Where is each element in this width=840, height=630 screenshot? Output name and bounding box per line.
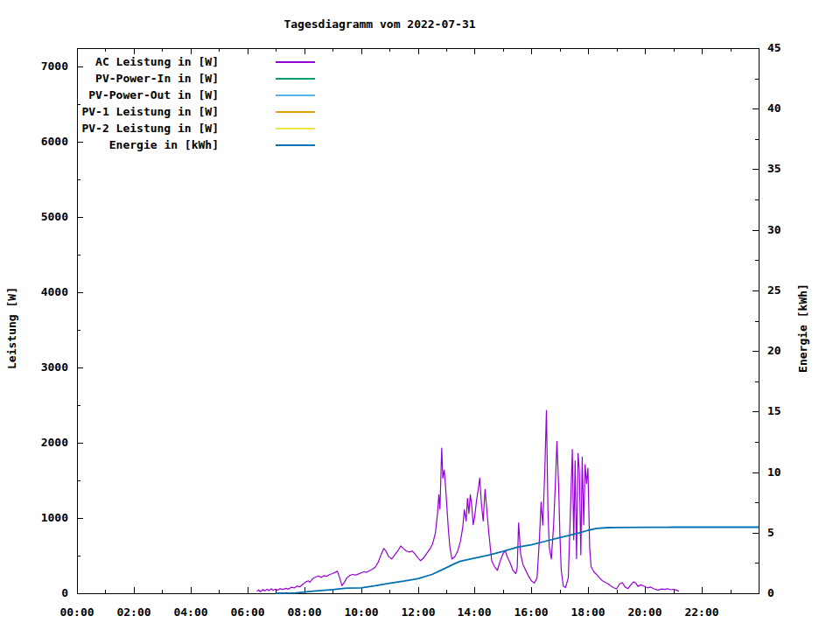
y2-tick-label: 10 xyxy=(767,466,781,480)
x-tick-label: 00:00 xyxy=(49,606,105,620)
legend-line-sample-ac xyxy=(276,61,315,63)
legend-line-sample-energie xyxy=(276,144,315,146)
x-tick-label: 06:00 xyxy=(220,606,276,620)
series-line-ac xyxy=(257,410,680,592)
y2-tick-label: 0 xyxy=(767,586,774,600)
y-tick-label: 6000 xyxy=(7,135,68,149)
legend-label-pv_in: PV-Power-In in [W] xyxy=(95,72,219,86)
x-tick-label: 12:00 xyxy=(390,606,446,620)
x-tick-label: 02:00 xyxy=(106,606,162,620)
x-tick-label: 08:00 xyxy=(276,606,332,620)
x-tick-label: 20:00 xyxy=(617,606,673,620)
y-tick-label: 3000 xyxy=(7,360,68,374)
y2-tick-label: 25 xyxy=(767,284,781,298)
y2-tick-label: 30 xyxy=(767,223,781,237)
x-tick-label: 10:00 xyxy=(333,606,389,620)
y-tick-label: 5000 xyxy=(7,210,68,224)
chart-canvas: Tagesdiagramm vom 2022-07-31 Leistung [W… xyxy=(0,0,840,630)
x-tick-label: 16:00 xyxy=(503,606,559,620)
y2-tick-label: 40 xyxy=(767,102,781,116)
y-tick-label: 4000 xyxy=(7,285,68,299)
y-tick-label: 1000 xyxy=(7,511,68,525)
legend-label-pv_out: PV-Power-Out in [W] xyxy=(88,88,219,102)
y2-tick-label: 5 xyxy=(767,526,774,540)
x-tick-label: 18:00 xyxy=(560,606,616,620)
legend-label-pv2: PV-2 Leistung in [W] xyxy=(81,122,219,136)
legend-label-energie: Energie in [kWh] xyxy=(109,138,219,152)
legend-line-sample-pv_in xyxy=(276,78,315,80)
y2-tick-label: 45 xyxy=(767,41,781,55)
y2-tick-label: 15 xyxy=(767,404,781,418)
x-tick-label: 04:00 xyxy=(163,606,219,620)
chart-title: Tagesdiagramm vom 2022-07-31 xyxy=(284,18,475,32)
y-axis-label: Leistung [W] xyxy=(5,287,19,369)
legend-line-sample-pv1 xyxy=(276,111,315,113)
y2-axis-label: Energie [kWh] xyxy=(796,284,810,373)
y-tick-label: 0 xyxy=(7,586,68,600)
x-tick-label: 14:00 xyxy=(446,606,502,620)
y2-tick-label: 20 xyxy=(767,344,781,358)
legend-line-sample-pv2 xyxy=(276,128,315,130)
y-tick-label: 2000 xyxy=(7,436,68,450)
x-tick-label: 22:00 xyxy=(674,606,730,620)
y2-tick-label: 35 xyxy=(767,162,781,176)
legend-label-ac: AC Leistung in [W] xyxy=(95,55,219,69)
legend-line-sample-pv_out xyxy=(276,94,315,96)
y-tick-label: 7000 xyxy=(7,60,68,74)
legend-label-pv1: PV-1 Leistung in [W] xyxy=(81,105,219,119)
